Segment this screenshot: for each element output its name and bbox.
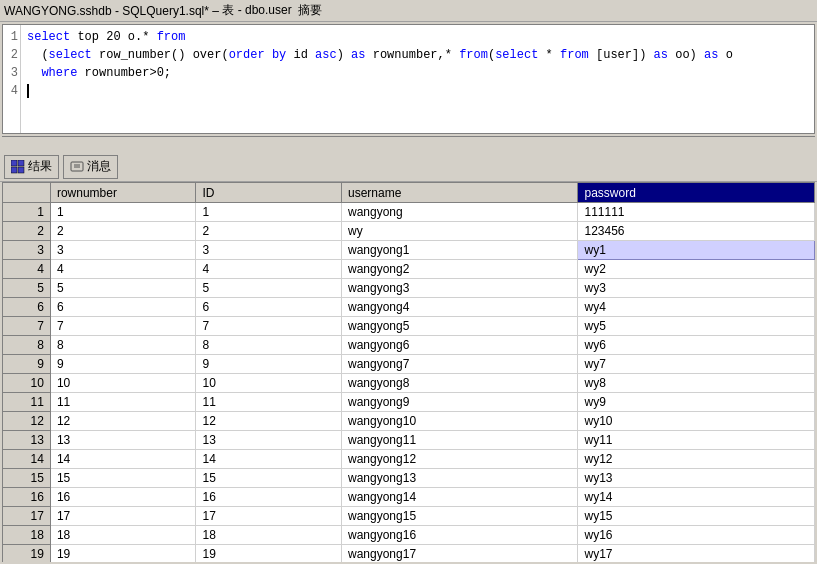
cell-username[interactable]: wangyong2 (342, 260, 578, 279)
table-row[interactable]: 333wangyong1wy1 (3, 241, 815, 260)
cell-username[interactable]: wangyong7 (342, 355, 578, 374)
cell-rownumber[interactable]: 19 (50, 545, 196, 563)
cell-rownumber[interactable]: 3 (50, 241, 196, 260)
table-row[interactable]: 121212wangyong10wy10 (3, 412, 815, 431)
table-row[interactable]: 111111wangyong9wy9 (3, 393, 815, 412)
table-row[interactable]: 181818wangyong16wy16 (3, 526, 815, 545)
table-row[interactable]: 161616wangyong14wy14 (3, 488, 815, 507)
cell-id[interactable]: 12 (196, 412, 342, 431)
table-row[interactable]: 171717wangyong15wy15 (3, 507, 815, 526)
cell-rownumber[interactable]: 17 (50, 507, 196, 526)
cell-rownumber[interactable]: 13 (50, 431, 196, 450)
cell-username[interactable]: wangyong16 (342, 526, 578, 545)
cell-password[interactable]: wy13 (578, 469, 815, 488)
table-row[interactable]: 222wy123456 (3, 222, 815, 241)
cell-password[interactable]: wy17 (578, 545, 815, 563)
cell-id[interactable]: 5 (196, 279, 342, 298)
cell-password[interactable]: wy10 (578, 412, 815, 431)
row-indicator[interactable]: 4 (3, 260, 51, 279)
row-indicator[interactable]: 10 (3, 374, 51, 393)
cell-password[interactable]: wy15 (578, 507, 815, 526)
cell-rownumber[interactable]: 9 (50, 355, 196, 374)
cell-username[interactable]: wangyong12 (342, 450, 578, 469)
row-indicator[interactable]: 2 (3, 222, 51, 241)
cell-id[interactable]: 14 (196, 450, 342, 469)
cell-id[interactable]: 7 (196, 317, 342, 336)
cell-id[interactable]: 10 (196, 374, 342, 393)
cell-id[interactable]: 4 (196, 260, 342, 279)
row-indicator[interactable]: 17 (3, 507, 51, 526)
cell-id[interactable]: 11 (196, 393, 342, 412)
cell-username[interactable]: wangyong3 (342, 279, 578, 298)
sql-editor[interactable]: 1 2 3 4 select top 20 o.* from (select r… (2, 24, 815, 134)
table-row[interactable]: 141414wangyong12wy12 (3, 450, 815, 469)
row-indicator[interactable]: 1 (3, 203, 51, 222)
cell-username[interactable]: wangyong11 (342, 431, 578, 450)
row-indicator[interactable]: 14 (3, 450, 51, 469)
results-button[interactable]: 结果 (4, 155, 59, 179)
cell-id[interactable]: 2 (196, 222, 342, 241)
col-header-username[interactable]: username (342, 183, 578, 203)
row-indicator[interactable]: 15 (3, 469, 51, 488)
cell-rownumber[interactable]: 1 (50, 203, 196, 222)
row-indicator[interactable]: 16 (3, 488, 51, 507)
table-row[interactable]: 191919wangyong17wy17 (3, 545, 815, 563)
table-row[interactable]: 111wangyong111111 (3, 203, 815, 222)
cell-rownumber[interactable]: 12 (50, 412, 196, 431)
cell-password[interactable]: wy14 (578, 488, 815, 507)
table-row[interactable]: 999wangyong7wy7 (3, 355, 815, 374)
cell-rownumber[interactable]: 7 (50, 317, 196, 336)
cell-username[interactable]: wangyong15 (342, 507, 578, 526)
table-row[interactable]: 666wangyong4wy4 (3, 298, 815, 317)
cell-rownumber[interactable]: 6 (50, 298, 196, 317)
cell-password[interactable]: wy9 (578, 393, 815, 412)
cell-rownumber[interactable]: 4 (50, 260, 196, 279)
table-row[interactable]: 101010wangyong8wy8 (3, 374, 815, 393)
cell-id[interactable]: 15 (196, 469, 342, 488)
cell-id[interactable]: 9 (196, 355, 342, 374)
horizontal-scrollbar[interactable] (2, 136, 815, 152)
row-indicator[interactable]: 8 (3, 336, 51, 355)
table-row[interactable]: 555wangyong3wy3 (3, 279, 815, 298)
col-header-rownumber[interactable]: rownumber (50, 183, 196, 203)
cell-id[interactable]: 18 (196, 526, 342, 545)
cell-id[interactable]: 1 (196, 203, 342, 222)
cell-password[interactable]: wy16 (578, 526, 815, 545)
cell-password[interactable]: 111111 (578, 203, 815, 222)
table-row[interactable]: 888wangyong6wy6 (3, 336, 815, 355)
row-indicator[interactable]: 6 (3, 298, 51, 317)
row-indicator[interactable]: 5 (3, 279, 51, 298)
cell-username[interactable]: wangyong (342, 203, 578, 222)
cell-password[interactable]: wy4 (578, 298, 815, 317)
cell-password[interactable]: wy11 (578, 431, 815, 450)
cell-password[interactable]: wy12 (578, 450, 815, 469)
cell-id[interactable]: 17 (196, 507, 342, 526)
row-indicator[interactable]: 19 (3, 545, 51, 563)
cell-username[interactable]: wangyong17 (342, 545, 578, 563)
cell-id[interactable]: 6 (196, 298, 342, 317)
cell-rownumber[interactable]: 10 (50, 374, 196, 393)
cell-password[interactable]: 123456 (578, 222, 815, 241)
sql-code-area[interactable]: select top 20 o.* from (select row_numbe… (21, 25, 814, 133)
cell-rownumber[interactable]: 8 (50, 336, 196, 355)
cell-id[interactable]: 16 (196, 488, 342, 507)
cell-username[interactable]: wangyong4 (342, 298, 578, 317)
cell-password[interactable]: wy8 (578, 374, 815, 393)
cell-id[interactable]: 3 (196, 241, 342, 260)
cell-username[interactable]: wy (342, 222, 578, 241)
cell-id[interactable]: 8 (196, 336, 342, 355)
cell-password[interactable]: wy2 (578, 260, 815, 279)
col-header-password[interactable]: password (578, 183, 815, 203)
cell-username[interactable]: wangyong6 (342, 336, 578, 355)
cell-rownumber[interactable]: 11 (50, 393, 196, 412)
col-header-id[interactable]: ID (196, 183, 342, 203)
cell-id[interactable]: 19 (196, 545, 342, 563)
cell-rownumber[interactable]: 18 (50, 526, 196, 545)
cell-rownumber[interactable]: 14 (50, 450, 196, 469)
cell-username[interactable]: wangyong8 (342, 374, 578, 393)
table-row[interactable]: 777wangyong5wy5 (3, 317, 815, 336)
row-indicator[interactable]: 13 (3, 431, 51, 450)
cell-username[interactable]: wangyong10 (342, 412, 578, 431)
row-indicator[interactable]: 12 (3, 412, 51, 431)
cell-rownumber[interactable]: 2 (50, 222, 196, 241)
